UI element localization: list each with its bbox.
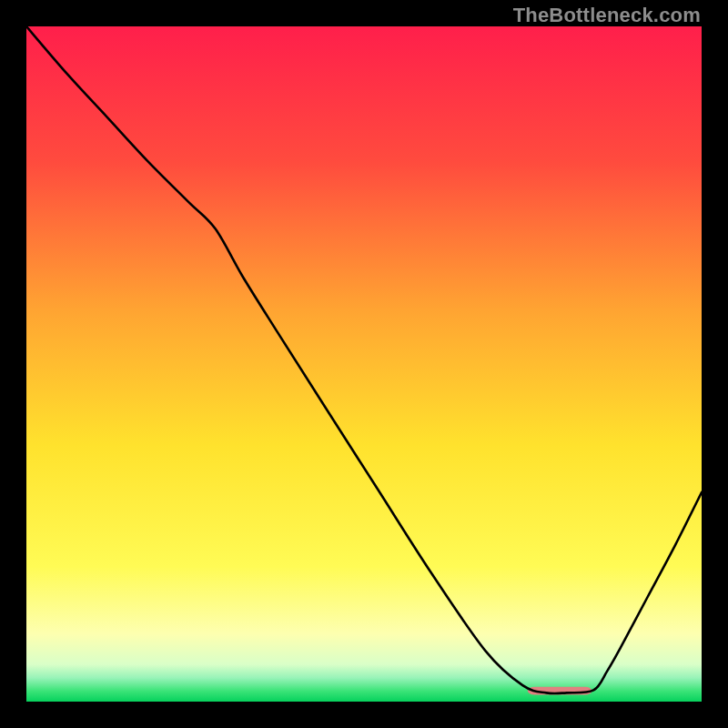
bottleneck-chart [26,26,702,702]
plot-area [26,26,702,702]
chart-frame: TheBottleneck.com [0,0,728,728]
watermark-text: TheBottleneck.com [513,4,701,27]
gradient-background [26,26,702,702]
